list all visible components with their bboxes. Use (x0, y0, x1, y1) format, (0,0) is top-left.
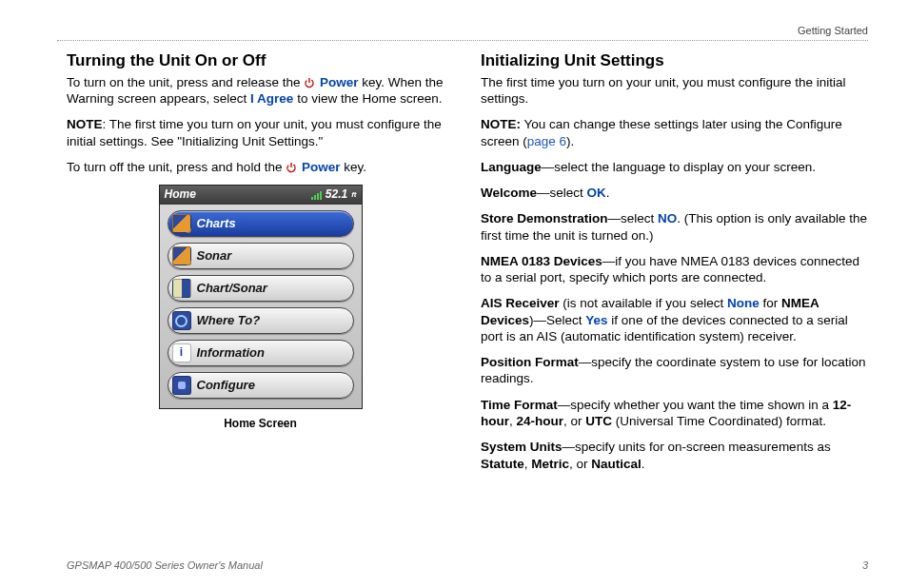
text: . (642, 457, 645, 471)
turn-on-paragraph: To turn on the unit, press and release t… (67, 74, 454, 108)
statute-label: Statute (481, 457, 524, 471)
setting-language: Language—select the language to display … (481, 159, 868, 175)
right-column: Initializing Unit Settings The first tim… (481, 50, 868, 481)
section-header: Getting Started (57, 25, 868, 41)
text: , or (563, 414, 585, 428)
intro-paragraph: The first time you turn on your unit, yo… (481, 74, 868, 108)
menu-item-sonar[interactable]: Sonar (168, 243, 354, 269)
text: , (509, 414, 517, 428)
none-label: None (727, 296, 760, 310)
setting-store-demo: Store Demonstration—select NO. (This opt… (481, 210, 868, 244)
menu-item-configure[interactable]: Configure (168, 372, 354, 399)
yes-label: Yes (585, 313, 607, 327)
depth-unit: ft (351, 190, 356, 200)
menu-label: Charts (197, 216, 236, 232)
where-to-icon (172, 311, 191, 330)
information-icon (172, 343, 191, 363)
power-key-label: Power (302, 160, 341, 174)
setting-system-units: System Units—specify units for on-screen… (481, 439, 868, 472)
heading-turning-on-off: Turning the Unit On or Off (67, 50, 454, 71)
menu-label: Configure (197, 378, 255, 394)
text: , or (569, 457, 591, 471)
setting-label: Position Format (481, 355, 579, 369)
text: To turn off the unit, press and hold the (67, 160, 286, 174)
device-screen: Home 52.1ft Charts (159, 185, 363, 409)
setting-label: Store Demonstration (481, 211, 608, 225)
text: —select the language to display on your … (542, 160, 816, 174)
menu-item-charts[interactable]: Charts (168, 210, 354, 237)
note-label: NOTE: (481, 117, 521, 131)
setting-label: AIS Receiver (481, 296, 560, 310)
depth-value: 52.1 (326, 187, 347, 202)
24-hour-label: 24-hour (517, 414, 564, 428)
power-icon (286, 162, 297, 173)
chart-sonar-icon (172, 279, 191, 298)
menu-item-where-to[interactable]: Where To? (168, 307, 354, 334)
setting-position-format: Position Format—specify the coordinate s… (481, 354, 868, 387)
text: ). (566, 134, 574, 148)
note-body: : The first time you turn on your unit, … (67, 117, 442, 147)
no-label: NO (658, 211, 677, 225)
device-header: Home 52.1ft (160, 186, 362, 205)
page-footer: GPSMAP 400/500 Series Owner's Manual 3 (67, 559, 868, 571)
text: —select (537, 186, 587, 200)
text: . (606, 186, 610, 200)
ok-label: OK (587, 186, 606, 200)
sonar-icon (172, 246, 191, 265)
text: —specify units for on-screen measurement… (563, 440, 831, 454)
text: key. (344, 160, 366, 174)
menu-label: Where To? (197, 313, 261, 329)
device-menu: Charts Sonar Chart/Sonar Where To? (160, 205, 362, 408)
setting-nmea: NMEA 0183 Devices—if you have NMEA 0183 … (481, 253, 868, 286)
text: To turn on the unit, press and release t… (67, 75, 304, 89)
text: (Universal Time Coordinated) format. (612, 414, 826, 428)
setting-ais: AIS Receiver (is not available if you se… (481, 295, 868, 344)
charts-icon (172, 214, 191, 233)
text: for (760, 296, 781, 310)
left-column: Turning the Unit On or Off To turn on th… (67, 50, 454, 481)
columns: Turning the Unit On or Off To turn on th… (67, 50, 868, 481)
i-agree-label: I Agree (250, 91, 293, 106)
nautical-label: Nautical (591, 457, 642, 471)
page-number: 3 (862, 559, 868, 571)
text: )—Select (529, 313, 585, 327)
menu-label: Information (197, 345, 266, 362)
heading-initializing: Initializing Unit Settings (481, 50, 868, 71)
power-key-label: Power (320, 75, 359, 89)
device-title: Home (165, 187, 196, 202)
figure-caption: Home Screen (159, 417, 363, 431)
setting-label: NMEA 0183 Devices (481, 254, 602, 268)
configure-icon (172, 376, 191, 395)
note-initial-settings: NOTE: The first time you turn on your un… (67, 116, 454, 149)
device-status: 52.1ft (311, 187, 357, 202)
setting-label: System Units (481, 440, 563, 454)
home-screen-figure: Home 52.1ft Charts (159, 185, 363, 431)
utc-label: UTC (585, 414, 612, 428)
menu-label: Chart/Sonar (197, 281, 267, 297)
power-icon (304, 77, 315, 88)
text: —specify whether you want the time shown… (558, 398, 833, 412)
metric-label: Metric (531, 457, 569, 471)
menu-item-information[interactable]: Information (168, 340, 354, 366)
setting-label: Language (481, 160, 542, 174)
page-link[interactable]: page 6 (527, 134, 566, 148)
setting-label: Welcome (481, 186, 537, 200)
menu-item-chart-sonar[interactable]: Chart/Sonar (168, 275, 354, 302)
text: —select (608, 211, 659, 225)
note-label: NOTE (67, 117, 103, 131)
menu-label: Sonar (197, 248, 232, 265)
text: to view the Home screen. (297, 91, 442, 106)
turn-off-paragraph: To turn off the unit, press and hold the… (67, 159, 454, 175)
setting-welcome: Welcome—select OK. (481, 185, 868, 201)
setting-label: Time Format (481, 398, 558, 412)
manual-title: GPSMAP 400/500 Series Owner's Manual (67, 559, 263, 571)
manual-page: Getting Started Turning the Unit On or O… (0, 0, 908, 588)
note-configure: NOTE: You can change these settings late… (481, 116, 868, 149)
setting-time-format: Time Format—specify whether you want the… (481, 397, 868, 430)
text: (is not available if you select (560, 296, 727, 310)
signal-bars-icon (311, 190, 322, 200)
